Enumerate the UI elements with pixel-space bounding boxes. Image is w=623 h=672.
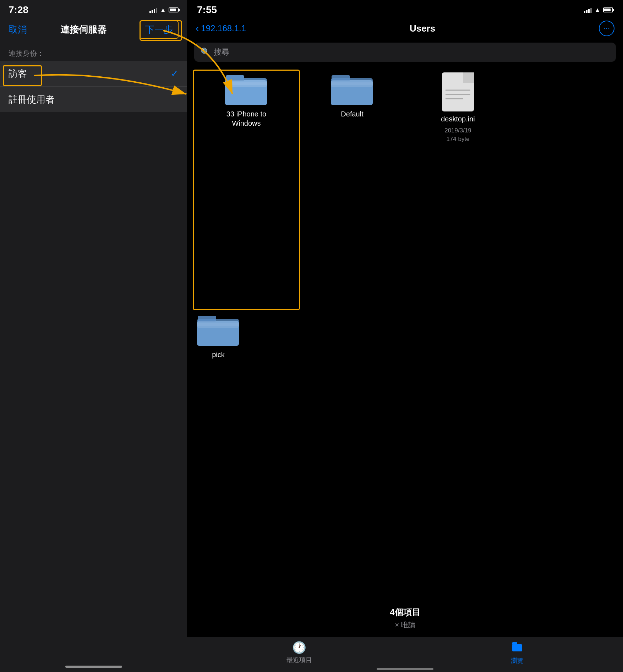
wifi-icon-left: ▲ (160, 7, 166, 13)
search-input[interactable]: 搜尋 (214, 47, 229, 58)
tab-bar: 🕐 最近項目 瀏覽 (187, 637, 623, 672)
page-title-right: Users (410, 23, 435, 34)
home-indicator-left (65, 666, 122, 668)
back-button[interactable]: ‹ 192.168.1.1 (196, 23, 246, 34)
file-grid: 33 iPhone toWindows Default (187, 67, 623, 313)
folder-icon-default (331, 72, 373, 106)
battery-icon-left (169, 7, 179, 12)
checkmark-icon: ✓ (171, 68, 179, 79)
svg-rect-21 (512, 644, 522, 651)
tab-recent[interactable]: 🕐 最近項目 (286, 641, 312, 665)
identity-guest-label: 訪客 (9, 67, 27, 80)
right-panel: 7:55 ▲ ‹ 192.168.1.1 Users ··· 🔍 搜尋 (187, 0, 623, 672)
wifi-icon-right: ▲ (595, 7, 600, 13)
tab-browse[interactable]: 瀏覽 (511, 641, 524, 665)
spacer (187, 365, 623, 600)
left-panel: 7:28 ▲ 取消 連接伺服器 下一步 連接身份： 訪客 ✓ 註冊使用者 (0, 0, 187, 672)
search-bar-container: 🔍 搜尋 (187, 40, 623, 67)
file-item-desktopini[interactable]: desktop.ini 2019/3/19174 byte (409, 72, 507, 307)
status-icons-left: ▲ (149, 7, 179, 13)
search-icon: 🔍 (201, 48, 210, 57)
svg-rect-4 (225, 82, 267, 85)
file-item-pick[interactable]: pick (197, 313, 240, 359)
home-indicator-right (377, 668, 433, 670)
svg-rect-9 (331, 82, 373, 85)
signal-icon-left (149, 7, 157, 13)
identity-registered-item[interactable]: 註冊使用者 (0, 87, 187, 112)
status-bar-right: 7:55 ▲ (187, 0, 623, 18)
folder-icon-33iphone (225, 72, 268, 106)
tab-browse-label: 瀏覽 (511, 656, 524, 665)
search-bar[interactable]: 🔍 搜尋 (194, 43, 616, 62)
tab-recent-label: 最近項目 (286, 656, 312, 664)
battery-icon-right (603, 7, 613, 12)
section-label: 連接身份： (0, 43, 187, 61)
status-icons-right: ▲ (584, 7, 613, 13)
more-icon: ··· (603, 24, 610, 33)
time-left: 7:28 (9, 4, 28, 16)
file-item-default[interactable]: Default (303, 72, 401, 307)
more-button[interactable]: ··· (599, 21, 614, 36)
svg-rect-2 (226, 75, 244, 81)
cancel-button[interactable]: 取消 (9, 23, 27, 36)
back-label: 192.168.1.1 (201, 23, 246, 33)
svg-rect-18 (198, 316, 216, 322)
identity-guest-item[interactable]: 訪客 ✓ (0, 61, 187, 87)
svg-rect-12 (463, 72, 474, 83)
item-count: 4個項目 (390, 607, 420, 618)
file-meta-desktopini: 2019/3/19174 byte (444, 126, 471, 143)
identity-registered-label: 註冊使用者 (9, 94, 55, 105)
tab-browse-icon (512, 641, 523, 655)
nav-bar-left: 取消 連接伺服器 下一步 (0, 18, 187, 43)
page-title-left: 連接伺服器 (60, 23, 106, 36)
file-label-desktopini: desktop.ini (441, 114, 475, 124)
file-label-pick: pick (212, 350, 225, 359)
back-chevron-icon: ‹ (196, 23, 199, 34)
folder-icon-pick (197, 313, 240, 347)
file-icon-desktopini (442, 72, 474, 111)
next-button[interactable]: 下一步 (140, 21, 179, 39)
grid-empty-slot (514, 72, 613, 307)
svg-rect-22 (512, 642, 517, 645)
time-right: 7:55 (197, 4, 217, 16)
status-bar-left: 7:28 ▲ (0, 0, 187, 18)
signal-icon-right (584, 7, 592, 13)
file-item-33iphone[interactable]: 33 iPhone toWindows (197, 72, 296, 307)
bottom-status: 4個項目 × 唯讀 (187, 600, 623, 637)
file-grid-row2: pick (187, 313, 623, 365)
svg-rect-20 (197, 323, 239, 326)
svg-rect-7 (332, 75, 350, 81)
nav-bar-right: ‹ 192.168.1.1 Users ··· (187, 18, 623, 40)
readonly-label: × 唯讀 (395, 620, 415, 630)
tab-recent-icon: 🕐 (292, 641, 306, 654)
file-label-33iphone: 33 iPhone toWindows (226, 109, 266, 128)
file-label-default: Default (341, 109, 363, 119)
